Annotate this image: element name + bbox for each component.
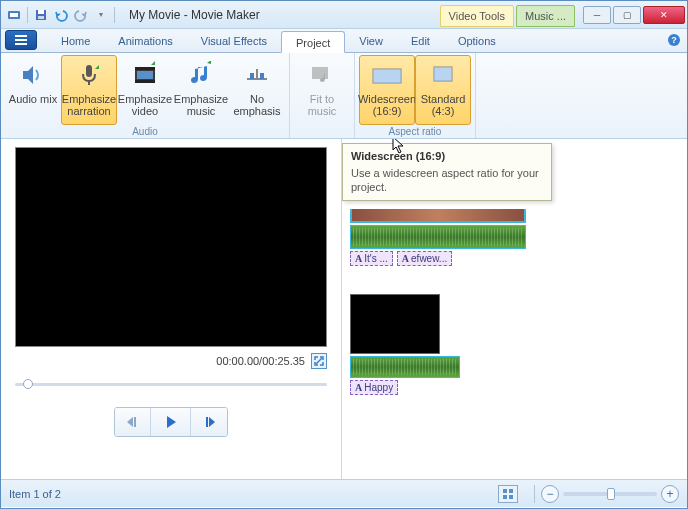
fit-to-music-label: Fit to music	[297, 93, 347, 117]
clip-video-thumb	[350, 209, 526, 223]
clip-1[interactable]: AIt's ... Aefwew...	[350, 209, 679, 266]
tooltip-body: Use a widescreen aspect ratio for your p…	[351, 166, 543, 194]
widescreen-button[interactable]: Widescreen (16:9)	[359, 55, 415, 125]
svg-rect-7	[15, 43, 27, 45]
aspect-ratio-group-label: Aspect ratio	[359, 125, 471, 138]
preview-pane: 00:00.00/00:25.35	[1, 139, 341, 479]
svg-rect-4	[38, 16, 44, 19]
undo-icon[interactable]	[52, 6, 70, 24]
file-menu-button[interactable]	[5, 30, 37, 50]
svg-rect-29	[503, 495, 507, 499]
caption-2[interactable]: Aefwew...	[397, 251, 452, 266]
svg-rect-17	[250, 73, 254, 79]
clip-audio-waveform	[350, 356, 460, 378]
filmstrip-icon	[129, 59, 161, 91]
zoom-slider[interactable]	[563, 492, 657, 496]
svg-rect-24	[434, 67, 452, 81]
view-toggle-button[interactable]	[498, 485, 518, 503]
save-icon[interactable]	[32, 6, 50, 24]
emphasize-music-label: Emphasize music	[174, 93, 228, 117]
clip-2[interactable]: AHappy	[350, 294, 679, 395]
tab-project[interactable]: Project	[281, 31, 345, 53]
tooltip-title: Widescreen (16:9)	[351, 150, 543, 162]
svg-rect-5	[15, 35, 27, 37]
svg-rect-14	[135, 67, 155, 70]
playback-controls	[114, 407, 228, 437]
ribbon-tabs: Home Animations Visual Effects Project V…	[1, 29, 687, 53]
window-title: My Movie - Movie Maker	[129, 8, 260, 22]
no-emphasis-label: No emphasis	[232, 93, 282, 117]
tab-view[interactable]: View	[345, 30, 397, 52]
emphasize-video-label: Emphasize video	[118, 93, 172, 117]
tab-visual-effects[interactable]: Visual Effects	[187, 30, 281, 52]
standard-button[interactable]: Standard (4:3)	[415, 55, 471, 125]
emphasize-video-button[interactable]: Emphasize video	[117, 55, 173, 125]
close-button[interactable]: ✕	[643, 6, 685, 24]
audio-mix-button[interactable]: Audio mix	[5, 55, 61, 125]
widescreen-label: Widescreen (16:9)	[358, 93, 416, 117]
emphasize-narration-label: Emphasize narration	[62, 93, 116, 117]
caption-1[interactable]: AIt's ...	[350, 251, 393, 266]
ribbon: Audio mix Emphasize narration Emphasize …	[1, 53, 687, 139]
qat-dropdown-icon[interactable]: ▾	[92, 6, 110, 24]
svg-rect-1	[10, 13, 18, 17]
emphasize-narration-button[interactable]: Emphasize narration	[61, 55, 117, 125]
maximize-button[interactable]: ▢	[613, 6, 641, 24]
svg-rect-3	[38, 10, 44, 14]
time-display: 00:00.00/00:25.35	[216, 355, 305, 367]
clip-audio-waveform	[350, 225, 526, 249]
audio-group-label: Audio	[5, 125, 285, 138]
svg-rect-15	[135, 80, 155, 83]
item-count: Item 1 of 2	[9, 488, 61, 500]
next-frame-button[interactable]	[191, 408, 227, 436]
svg-rect-25	[134, 417, 136, 427]
app-icon	[5, 6, 23, 24]
tab-animations[interactable]: Animations	[104, 30, 186, 52]
cursor-icon	[392, 139, 406, 154]
tab-home[interactable]: Home	[47, 30, 104, 52]
clip-video-thumb	[350, 294, 440, 354]
redo-icon[interactable]	[72, 6, 90, 24]
context-tab-music[interactable]: Music ...	[516, 5, 575, 27]
fullscreen-button[interactable]	[311, 353, 327, 369]
svg-rect-13	[137, 71, 153, 79]
fit-to-music-button: Fit to music	[294, 55, 350, 125]
svg-rect-20	[312, 67, 328, 79]
svg-rect-27	[503, 489, 507, 493]
standard-label: Standard (4:3)	[418, 93, 468, 117]
play-button[interactable]	[151, 408, 191, 436]
audio-mix-label: Audio mix	[9, 93, 57, 105]
minimize-button[interactable]: ─	[583, 6, 611, 24]
zoom-control: − +	[541, 485, 679, 503]
timeline-pane[interactable]: Widescreen (16:9) Use a widescreen aspec…	[341, 139, 687, 479]
svg-text:?: ?	[671, 35, 677, 45]
microphone-icon	[73, 59, 105, 91]
emphasize-music-button[interactable]: Emphasize music	[173, 55, 229, 125]
help-icon[interactable]: ?	[667, 33, 681, 47]
context-tab-video-tools[interactable]: Video Tools	[440, 5, 514, 27]
audio-mix-icon	[17, 59, 49, 91]
balance-icon	[241, 59, 273, 91]
tab-edit[interactable]: Edit	[397, 30, 444, 52]
widescreen-tooltip: Widescreen (16:9) Use a widescreen aspec…	[342, 143, 552, 201]
zoom-out-button[interactable]: −	[541, 485, 559, 503]
svg-rect-22	[373, 69, 401, 83]
svg-rect-18	[260, 73, 264, 79]
status-bar: Item 1 of 2 − +	[1, 479, 687, 507]
widescreen-icon	[371, 59, 403, 91]
workspace: 00:00.00/00:25.35 Widescreen (16:9) Use …	[1, 139, 687, 479]
music-note-icon	[185, 59, 217, 91]
svg-rect-30	[509, 495, 513, 499]
caption-3[interactable]: AHappy	[350, 380, 398, 395]
standard-icon	[427, 59, 459, 91]
no-emphasis-button[interactable]: No emphasis	[229, 55, 285, 125]
tab-options[interactable]: Options	[444, 30, 510, 52]
video-preview	[15, 147, 327, 347]
svg-rect-10	[86, 65, 92, 77]
svg-rect-28	[509, 489, 513, 493]
zoom-in-button[interactable]: +	[661, 485, 679, 503]
previous-frame-button[interactable]	[115, 408, 151, 436]
title-bar: ▾ My Movie - Movie Maker Video Tools Mus…	[1, 1, 687, 29]
seek-slider[interactable]	[15, 377, 327, 391]
fit-to-music-icon	[306, 59, 338, 91]
